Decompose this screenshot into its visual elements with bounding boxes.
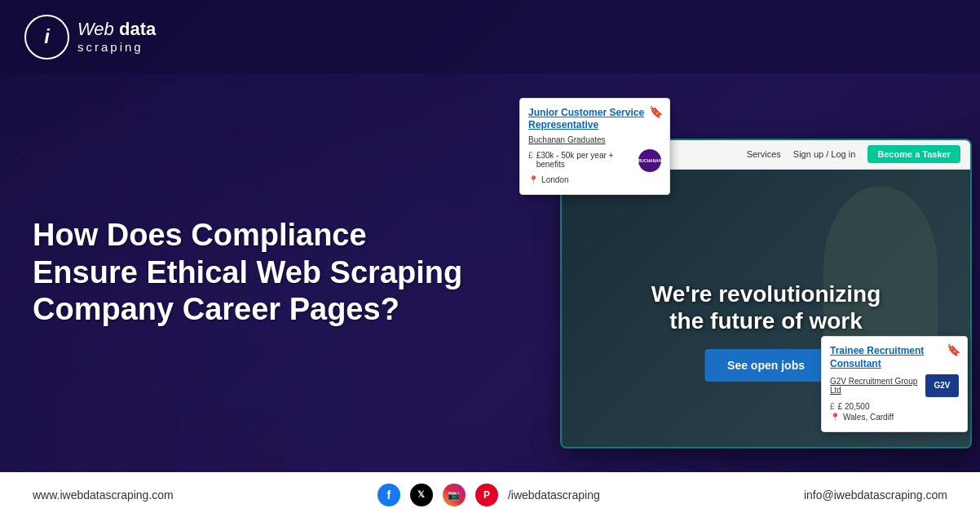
job-card-1: 🔖 Junior Customer Service Representative…	[519, 98, 670, 195]
footer: www.iwebdatascraping.com f 𝕏 📷 P /iwebda…	[0, 472, 980, 517]
pound-icon-2: £	[830, 402, 835, 411]
g2v-logo: G2V	[925, 374, 959, 397]
job-card-1-logo-row: £ £30k - 50k per year + benefits BUCHANA…	[528, 149, 661, 172]
left-text-block: How Does Compliance Ensure Ethical Web S…	[33, 217, 536, 329]
location-icon-2: 📍	[830, 413, 840, 422]
pound-icon: £	[528, 151, 533, 160]
nav-login[interactable]: Sign up / Log in	[793, 149, 855, 159]
main-heading: How Does Compliance Ensure Ethical Web S…	[33, 217, 503, 329]
right-panel: 🔖 Junior Customer Service Representative…	[536, 98, 947, 449]
job-card-2-location: 📍 Wales, Cardiff	[830, 413, 959, 422]
browser-headline: We're revolutionizing the future of work	[624, 281, 909, 335]
heading-line3: Company Career Pages?	[33, 292, 400, 326]
job-card-2-company[interactable]: G2V Recruitment Group Ltd	[830, 377, 922, 395]
footer-handle: /iwebdatascraping	[508, 488, 600, 502]
heading-line2: Ensure Ethical Web Scraping	[33, 255, 462, 289]
job-card-2-salary: £ £ 20,500	[830, 402, 959, 411]
logo-line2: scraping	[77, 40, 156, 55]
job-card-1-location: 📍 London	[528, 175, 661, 184]
logo-web: Web	[77, 19, 119, 39]
see-open-jobs-button[interactable]: See open jobs	[704, 349, 828, 382]
logo-text: Web data scraping	[77, 19, 156, 55]
x-icon[interactable]: 𝕏	[410, 484, 433, 506]
logo-circle: i	[24, 15, 69, 60]
job-card-2-title[interactable]: Trainee Recruitment Consultant	[830, 345, 959, 370]
job-card-1-title[interactable]: Junior Customer Service Representative	[528, 107, 661, 132]
logo-line1: Web data	[77, 19, 156, 40]
logo-area: i Web data scraping	[24, 15, 156, 60]
main-content: How Does Compliance Ensure Ethical Web S…	[0, 73, 980, 472]
job-card-2-company-row: G2V Recruitment Group Ltd G2V	[830, 374, 959, 397]
bookmark-icon-1[interactable]: 🔖	[649, 105, 663, 118]
logo-data: data	[119, 19, 156, 39]
footer-email[interactable]: info@iwebdatascraping.com	[804, 488, 947, 502]
job-card-1-salary: £ £30k - 50k per year + benefits	[528, 151, 633, 169]
facebook-icon[interactable]: f	[377, 484, 400, 506]
footer-social: f 𝕏 📷 P /iwebdatascraping	[377, 484, 600, 506]
browser-nav: Services Sign up / Log in Become a Taske…	[747, 145, 960, 163]
job-card-1-company[interactable]: Buchanan Graduates	[528, 135, 661, 144]
nav-services[interactable]: Services	[747, 149, 781, 159]
buchanan-logo: BUCHANAN	[638, 149, 661, 172]
become-tasker-button[interactable]: Become a Tasker	[867, 145, 960, 163]
bookmark-icon-2[interactable]: 🔖	[947, 343, 960, 356]
logo-i: i	[44, 25, 50, 48]
pinterest-icon[interactable]: P	[475, 484, 498, 506]
location-icon-1: 📍	[528, 175, 538, 184]
header: i Web data scraping	[0, 0, 980, 73]
instagram-icon[interactable]: 📷	[443, 484, 466, 506]
footer-website[interactable]: www.iwebdatascraping.com	[33, 488, 174, 502]
job-card-2: 🔖 Trainee Recruitment Consultant G2V Rec…	[821, 336, 968, 431]
heading-line1: How Does Compliance	[33, 218, 367, 252]
